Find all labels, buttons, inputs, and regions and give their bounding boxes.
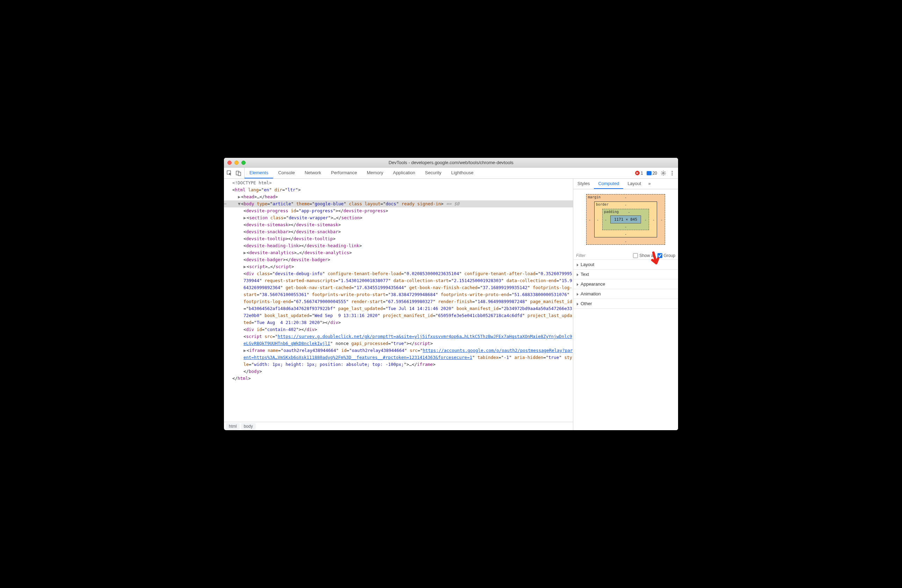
computed-property-groups: LayoutTextAppearanceAnimationOther — [573, 260, 678, 309]
tab-performance[interactable]: Performance — [326, 167, 362, 178]
styles-sidebar: StylesComputedLayout» margin - - - - bor… — [573, 179, 678, 430]
tab-console[interactable]: Console — [273, 167, 300, 178]
box-model-padding[interactable]: padding - - - - 1171 × 845 — [602, 209, 649, 230]
close-window-button[interactable] — [227, 161, 232, 165]
computed-section-text[interactable]: Text — [573, 269, 678, 279]
dom-line[interactable]: <div class="devsite-debug-info" configur… — [224, 270, 573, 326]
filter-input[interactable]: Filter — [576, 253, 631, 258]
dom-line[interactable]: <html lang="en" dir="ltr"> — [224, 186, 573, 194]
sidebar-tabs: StylesComputedLayout» — [573, 179, 678, 189]
toolbar-left-icons — [224, 167, 244, 178]
breadcrumb-html[interactable]: html — [226, 423, 240, 430]
dom-line[interactable]: <devsite-badger></devsite-badger> — [224, 256, 573, 263]
dom-line[interactable]: <devsite-progress id="app-progress"></de… — [224, 207, 573, 214]
message-count[interactable]: 20 — [647, 171, 657, 176]
show-all-checkbox[interactable]: Show all — [633, 253, 655, 258]
message-icon — [647, 171, 651, 175]
dom-line[interactable]: <!DOCTYPE html> — [224, 180, 573, 186]
box-model-diagram: margin - - - - border - - - - padding - — [573, 189, 678, 252]
dom-line[interactable]: <script src="https://survey.g.doubleclic… — [224, 333, 573, 347]
dom-line[interactable]: <devsite-heading-link></devsite-heading-… — [224, 242, 573, 249]
dom-line[interactable]: ⋯▼<body type="article" theme="google-blu… — [224, 200, 573, 207]
tab-elements[interactable]: Elements — [244, 167, 273, 178]
dom-line[interactable]: ▶<head>…</head> — [224, 194, 573, 200]
svg-point-4 — [672, 171, 673, 172]
computed-section-other[interactable]: Other — [573, 299, 678, 309]
panel-tabs: ElementsConsoleNetworkPerformanceMemoryA… — [244, 167, 632, 178]
dom-line[interactable]: ▶<script>…</script> — [224, 263, 573, 270]
dom-line[interactable]: </body> — [224, 368, 573, 375]
dom-line[interactable]: ▶<devsite-analytics>…</devsite-analytics… — [224, 249, 573, 256]
sidebar-tab-computed[interactable]: Computed — [594, 179, 623, 189]
sidebar-tab-layout[interactable]: Layout — [623, 179, 645, 189]
sidebar-tab-styles[interactable]: Styles — [573, 179, 594, 189]
titlebar: DevTools - developers.google.com/web/too… — [224, 158, 678, 167]
tab-memory[interactable]: Memory — [362, 167, 388, 178]
dom-line[interactable]: <div id="contain-402"></div> — [224, 326, 573, 333]
more-menu-icon[interactable] — [670, 170, 675, 176]
dom-tree[interactable]: <!DOCTYPE html><html lang="en" dir="ltr"… — [224, 179, 573, 422]
computed-filter-row: Filter Show all Group — [573, 252, 678, 260]
box-model-margin[interactable]: margin - - - - border - - - - padding - — [586, 194, 665, 245]
tab-lighthouse[interactable]: Lighthouse — [446, 167, 479, 178]
dom-line[interactable]: <devsite-tooltip></devsite-tooltip> — [224, 235, 573, 242]
tab-application[interactable]: Application — [388, 167, 420, 178]
toolbar-right: ✕ 1 20 — [632, 167, 678, 178]
inspect-element-icon[interactable] — [227, 170, 232, 176]
minimize-window-button[interactable] — [235, 161, 239, 165]
box-model-border[interactable]: border - - - - padding - - - - 1171 × 84… — [594, 202, 657, 238]
tab-network[interactable]: Network — [300, 167, 326, 178]
dom-line[interactable]: <devsite-snackbar></devsite-snackbar> — [224, 228, 573, 235]
main-toolbar: ElementsConsoleNetworkPerformanceMemoryA… — [224, 167, 678, 179]
error-icon: ✕ — [635, 171, 640, 175]
content-area: <!DOCTYPE html><html lang="en" dir="ltr"… — [224, 179, 678, 430]
svg-rect-2 — [238, 172, 241, 176]
computed-section-animation[interactable]: Animation — [573, 289, 678, 299]
device-toolbar-icon[interactable] — [236, 170, 241, 176]
dom-line[interactable]: <devsite-sitemask></devsite-sitemask> — [224, 221, 573, 228]
dom-line[interactable]: ▶<section class="devsite-wrapper">…</sec… — [224, 214, 573, 221]
maximize-window-button[interactable] — [241, 161, 246, 165]
sidebar-tab-more-icon[interactable]: » — [645, 179, 653, 189]
svg-point-3 — [663, 172, 664, 174]
breadcrumb-body[interactable]: body — [241, 423, 256, 430]
computed-section-layout[interactable]: Layout — [573, 260, 678, 269]
box-model-content[interactable]: 1171 × 845 — [610, 216, 641, 224]
error-count[interactable]: ✕ 1 — [635, 171, 643, 176]
window-title: DevTools - developers.google.com/web/too… — [224, 160, 678, 165]
svg-point-6 — [672, 174, 673, 175]
elements-panel: <!DOCTYPE html><html lang="en" dir="ltr"… — [224, 179, 573, 430]
computed-section-appearance[interactable]: Appearance — [573, 279, 678, 289]
dom-line[interactable]: </html> — [224, 375, 573, 382]
breadcrumb: htmlbody — [224, 422, 573, 430]
group-checkbox[interactable]: Group — [658, 253, 675, 258]
settings-icon[interactable] — [661, 170, 666, 176]
devtools-window: DevTools - developers.google.com/web/too… — [224, 158, 678, 430]
tab-security[interactable]: Security — [420, 167, 446, 178]
dom-line[interactable]: ▶<iframe name="oauth2relay438944664" id=… — [224, 347, 573, 368]
svg-point-5 — [672, 172, 673, 174]
window-controls — [224, 161, 246, 165]
